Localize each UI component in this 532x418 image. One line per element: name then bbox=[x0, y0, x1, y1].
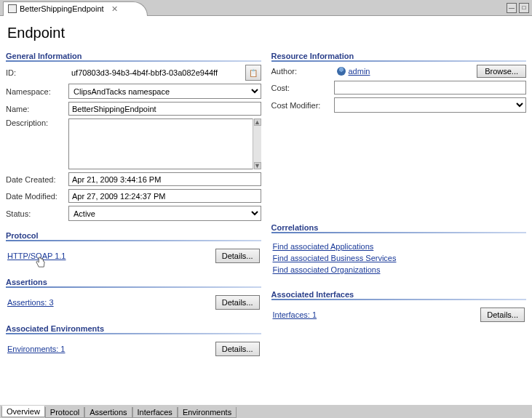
editor-titlebar: BetterShippingEndpoint ✕ — □ bbox=[0, 0, 532, 16]
minimize-icon[interactable]: — bbox=[507, 3, 517, 13]
editor-tab-label: BetterShippingEndpoint bbox=[20, 4, 104, 13]
maximize-icon[interactable]: □ bbox=[519, 3, 529, 13]
group-header-resource: Resource Information bbox=[271, 47, 527, 60]
group-header-environments: Associated Environments bbox=[6, 320, 261, 333]
label-cost-modifier: Cost Modifier: bbox=[271, 101, 330, 110]
group-header-correlations: Correlations bbox=[271, 219, 527, 232]
label-author: Author: bbox=[271, 67, 330, 76]
close-icon[interactable]: ✕ bbox=[111, 4, 118, 14]
protocol-link[interactable]: HTTP/SOAP 1.1 bbox=[7, 252, 66, 260]
document-icon bbox=[8, 4, 17, 13]
group-resource-information: Resource Information Author: admin Brows… bbox=[271, 47, 527, 113]
group-header-general: General Information bbox=[6, 47, 261, 60]
group-protocol: Protocol HTTP/SOAP 1.1 Details... bbox=[6, 227, 261, 268]
assertions-link[interactable]: Assertions: 3 bbox=[7, 298, 54, 307]
value-id: uf70803d3-94b3-4b4f-bbf3-03a082e944ff bbox=[68, 68, 241, 78]
date-created-field[interactable] bbox=[68, 172, 261, 186]
group-correlations: Correlations Find associated Application… bbox=[271, 219, 527, 280]
correlations-apps-link[interactable]: Find associated Applications bbox=[273, 242, 374, 251]
label-cost: Cost: bbox=[271, 84, 330, 92]
name-field[interactable] bbox=[68, 102, 261, 116]
interfaces-link[interactable]: Interfaces: 1 bbox=[273, 310, 317, 319]
date-modified-field[interactable] bbox=[68, 189, 261, 203]
author-link[interactable]: admin bbox=[349, 67, 370, 76]
tab-environments[interactable]: Environments bbox=[178, 407, 237, 418]
description-scrollbar[interactable]: ▲ ▼ bbox=[253, 118, 261, 169]
copy-id-button[interactable]: 📋 bbox=[245, 65, 261, 81]
group-header-protocol: Protocol bbox=[6, 227, 261, 240]
editor-tab[interactable]: BetterShippingEndpoint ✕ bbox=[3, 1, 148, 16]
copy-icon: 📋 bbox=[249, 69, 258, 77]
environments-link[interactable]: Environments: 1 bbox=[7, 345, 65, 353]
assertions-details-button[interactable]: Details... bbox=[215, 295, 260, 310]
tab-overview[interactable]: Overview bbox=[1, 406, 45, 417]
tab-assertions[interactable]: Assertions bbox=[84, 407, 132, 418]
cost-modifier-select[interactable] bbox=[334, 97, 527, 113]
group-environments: Associated Environments Environments: 1 … bbox=[6, 320, 261, 361]
label-id: ID: bbox=[6, 68, 64, 77]
group-header-assertions: Assertions bbox=[6, 273, 261, 286]
namespace-select[interactable]: ClipsAndTacks namespace bbox=[68, 84, 261, 99]
label-namespace: Namespace: bbox=[6, 87, 64, 96]
label-date-created: Date Created: bbox=[6, 175, 64, 184]
user-icon bbox=[337, 67, 346, 76]
bottom-tab-bar: Overview Protocol Assertions Interfaces … bbox=[0, 405, 532, 418]
group-interfaces: Associated Interfaces Interfaces: 1 Deta… bbox=[271, 286, 527, 326]
group-assertions: Assertions Assertions: 3 Details... bbox=[6, 273, 261, 314]
label-date-modified: Date Modified: bbox=[6, 192, 64, 201]
interfaces-details-button[interactable]: Details... bbox=[480, 308, 525, 322]
status-select[interactable]: Active bbox=[68, 206, 261, 221]
tab-interfaces[interactable]: Interfaces bbox=[132, 407, 178, 418]
page-title: Endpoint bbox=[0, 16, 532, 47]
environments-details-button[interactable]: Details... bbox=[215, 342, 260, 356]
tab-protocol[interactable]: Protocol bbox=[45, 407, 84, 418]
label-name: Name: bbox=[6, 105, 64, 113]
label-description: Description: bbox=[6, 118, 64, 127]
group-header-interfaces: Associated Interfaces bbox=[271, 286, 527, 299]
label-status: Status: bbox=[6, 209, 64, 218]
group-general-information: General Information ID: uf70803d3-94b3-4… bbox=[6, 47, 261, 221]
correlations-orgs-link[interactable]: Find associated Organizations bbox=[273, 265, 381, 274]
browse-author-button[interactable]: Browse... bbox=[477, 65, 526, 78]
correlations-services-link[interactable]: Find associated Business Services bbox=[273, 254, 397, 262]
cost-field[interactable] bbox=[334, 81, 527, 95]
description-field[interactable] bbox=[68, 118, 253, 169]
protocol-details-button[interactable]: Details... bbox=[215, 249, 260, 263]
